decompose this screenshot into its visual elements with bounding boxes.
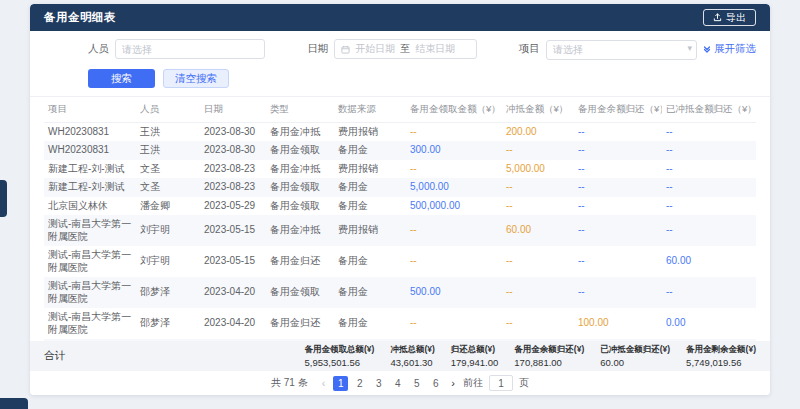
table-row[interactable]: 测试-南昌大学第一附属医院刘宇明2023-05-15备用金归还备用金------…: [44, 246, 756, 277]
cell-project: WH20230831: [44, 141, 136, 160]
table-row[interactable]: 测试-南昌大学第一附属医院邵梦泽2023-04-20备用金领取备用金500.00…: [44, 277, 756, 308]
goto-page-input[interactable]: [489, 375, 513, 391]
filter-bar: 人员 日期 开始日期 至 结束日期 项目 ▾ 展开筛: [30, 31, 770, 64]
cell-offset-return: --: [662, 141, 756, 160]
table-row[interactable]: WH20230831王洪2023-08-30备用金领取备用金300.00----…: [44, 141, 756, 160]
summary-item-value: 179,941.00: [451, 357, 499, 368]
cell-source: 备用金: [334, 277, 406, 308]
page-button-1[interactable]: 1: [333, 376, 348, 391]
cell-person: 文圣: [136, 178, 200, 197]
side-drawer-handle[interactable]: [0, 180, 7, 217]
summary-item-label: 备用金领取总额(¥): [305, 344, 375, 356]
cell-offset-return: --: [662, 160, 756, 179]
cell-received: --: [406, 246, 502, 277]
expand-chevron-icon: [703, 45, 711, 53]
export-icon: [713, 13, 722, 22]
cell-offset: --: [502, 197, 574, 216]
cell-source: 备用金: [334, 197, 406, 216]
table-row[interactable]: 北京国义林休潘金卿2023-05-29备用金领取备用金500,000.00---…: [44, 197, 756, 216]
cell-date: 2023-05-15: [200, 246, 266, 277]
date-range-separator: 至: [400, 42, 410, 56]
pagination-pages: 123456: [333, 376, 443, 391]
cell-type: 备用金归还: [266, 308, 334, 339]
cell-balance-return: 100.00: [574, 308, 662, 339]
project-filter-select[interactable]: ▾: [546, 39, 697, 60]
cell-balance-return: --: [574, 215, 662, 246]
summary-item: 备用金领取总额(¥)5,953,501.56: [305, 344, 375, 368]
corner-widget[interactable]: [0, 398, 28, 409]
cell-offset: 200.00: [502, 122, 574, 141]
summary-total-label: 合计: [44, 349, 65, 363]
cell-received: --: [406, 122, 502, 141]
cell-person: 邵梦泽: [136, 308, 200, 339]
date-filter-label: 日期: [307, 42, 328, 56]
expand-filters-link[interactable]: 展开筛选: [703, 42, 756, 56]
cell-project: 测试-南昌大学第一附属医院: [44, 308, 136, 339]
cell-type: 备用金领取: [266, 197, 334, 216]
date-start-placeholder: 开始日期: [355, 42, 395, 56]
cell-source: 费用报销: [334, 160, 406, 179]
page-button-6[interactable]: 6: [428, 376, 443, 391]
person-filter-input[interactable]: [115, 39, 265, 59]
table-row[interactable]: 新建工程-刘-测试文圣2023-08-23备用金冲抵费用报销--5,000.00…: [44, 160, 756, 179]
summary-item: 已冲抵金额归还(¥)60.00: [600, 344, 670, 368]
table-row[interactable]: 新建工程-刘-测试文圣2023-08-23备用金领取备用金5,000.00---…: [44, 178, 756, 197]
cell-offset: --: [502, 308, 574, 339]
cell-balance-return: --: [574, 277, 662, 308]
page-header: 备用金明细表 导出: [30, 4, 770, 31]
goto-page-unit: 页: [519, 376, 529, 390]
page-button-3[interactable]: 3: [371, 376, 386, 391]
calendar-icon: [341, 45, 350, 54]
page-button-4[interactable]: 4: [390, 376, 405, 391]
prev-page-button[interactable]: ‹: [320, 377, 328, 389]
page-button-5[interactable]: 5: [409, 376, 424, 391]
cell-person: 王洪: [136, 122, 200, 141]
cell-project: 测试-南昌大学第一附属医院: [44, 246, 136, 277]
cell-balance-return: --: [574, 197, 662, 216]
cell-offset: 5,000.00: [502, 160, 574, 179]
search-button[interactable]: 搜索: [88, 69, 155, 88]
date-end-placeholder: 结束日期: [415, 42, 455, 56]
cell-balance-return: --: [574, 141, 662, 160]
date-range-picker[interactable]: 开始日期 至 结束日期: [334, 39, 477, 59]
cell-source: 备用金: [334, 178, 406, 197]
cell-offset: --: [502, 277, 574, 308]
page-button-2[interactable]: 2: [352, 376, 367, 391]
summary-item-label: 备用金剩余金额(¥): [686, 344, 756, 356]
expand-filters-label: 展开筛选: [714, 42, 756, 56]
summary-row: 合计 备用金领取总额(¥)5,953,501.56冲抵总额(¥)43,601.3…: [30, 341, 770, 371]
cell-balance-return: --: [574, 178, 662, 197]
column-header-offset: 冲抵金额（¥）: [502, 97, 574, 123]
cell-person: 潘金卿: [136, 197, 200, 216]
cell-offset: --: [502, 246, 574, 277]
cell-date: 2023-04-20: [200, 308, 266, 339]
cell-source: 备用金: [334, 308, 406, 339]
cell-offset: --: [502, 141, 574, 160]
column-header-balance-return: 备用金余额归还（¥）: [574, 97, 662, 123]
page-title: 备用金明细表: [44, 10, 116, 25]
cell-project: 测试-南昌大学第一附属医院: [44, 277, 136, 308]
summary-items: 备用金领取总额(¥)5,953,501.56冲抵总额(¥)43,601.30归还…: [305, 344, 757, 368]
summary-item: 归还总额(¥)179,941.00: [451, 344, 499, 368]
cell-received: --: [406, 308, 502, 339]
export-button[interactable]: 导出: [703, 9, 756, 26]
cell-date: 2023-08-30: [200, 122, 266, 141]
column-header-person: 人员: [136, 97, 200, 123]
project-filter-input[interactable]: [546, 40, 697, 60]
column-header-type: 类型: [266, 97, 334, 123]
cell-project: 测试-南昌大学第一附属医院: [44, 215, 136, 246]
summary-item-value: 170,881.00: [514, 357, 584, 368]
cell-date: 2023-05-15: [200, 215, 266, 246]
cell-type: 备用金领取: [266, 277, 334, 308]
next-page-button[interactable]: ›: [449, 377, 457, 389]
clear-search-button[interactable]: 清空搜索: [163, 69, 229, 88]
cell-received: 500,000.00: [406, 197, 502, 216]
cell-offset-return: --: [662, 122, 756, 141]
summary-item: 备用金剩余金额(¥)5,749,019.56: [686, 344, 756, 368]
table-row[interactable]: WH20230831王洪2023-08-30备用金冲抵费用报销--200.00-…: [44, 122, 756, 141]
cell-date: 2023-08-23: [200, 160, 266, 179]
cell-type: 备用金冲抵: [266, 160, 334, 179]
cell-type: 备用金领取: [266, 178, 334, 197]
table-row[interactable]: 测试-南昌大学第一附属医院刘宇明2023-05-15备用金冲抵费用报销--60.…: [44, 215, 756, 246]
table-row[interactable]: 测试-南昌大学第一附属医院邵梦泽2023-04-20备用金归还备用金----10…: [44, 308, 756, 339]
